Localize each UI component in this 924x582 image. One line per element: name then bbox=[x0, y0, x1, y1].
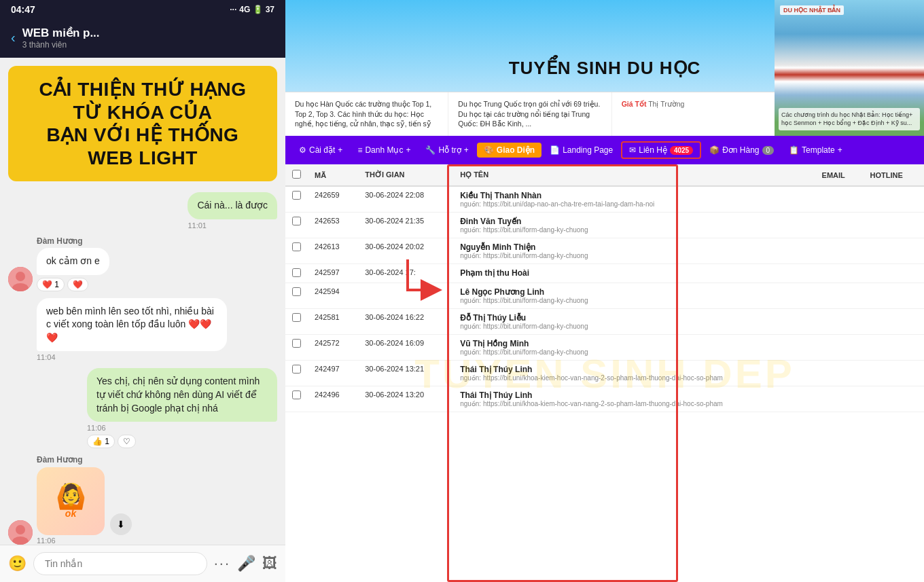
message-time: 11:01 bbox=[188, 221, 207, 230]
cell-time: 30-06-2024 16:22 bbox=[358, 309, 453, 335]
cell-hotline bbox=[864, 283, 924, 309]
attach-button[interactable]: 🖼 bbox=[262, 555, 277, 572]
cell-hotline bbox=[864, 238, 924, 264]
select-all-checkbox[interactable] bbox=[292, 170, 301, 179]
contact-name: Nguyễn Minh Thiện bbox=[460, 242, 808, 252]
banner-right: DU HỌC NHẬT BẢN Các chương trình du học … bbox=[775, 0, 924, 136]
cell-id: 242594 bbox=[308, 283, 358, 309]
nav-label: Giao Diện bbox=[497, 145, 535, 155]
cell-email bbox=[815, 213, 864, 238]
cell-hotline bbox=[864, 309, 924, 335]
right-panel: TUYỂN SINH DU HỌC Du học Hàn Quốc các tr… bbox=[285, 0, 924, 582]
orders-badge: 0 bbox=[762, 146, 775, 155]
avatar bbox=[8, 520, 33, 545]
contact-source: nguồn: https://bit.uni/dap-nao-an-cha-tr… bbox=[460, 200, 808, 208]
cell-email bbox=[815, 238, 864, 264]
message-row: Đàm Hương ok cảm ơn e ❤️ 1 ❤️ bbox=[8, 236, 277, 291]
row-checkbox[interactable] bbox=[292, 191, 301, 200]
chat-header-info: WEB miền p... 3 thành viên bbox=[22, 26, 274, 50]
message-row: web bên mình lên seo tốt nhì, nhiều bài … bbox=[8, 298, 277, 362]
reaction-badge: ❤️ 1 bbox=[37, 278, 65, 291]
row-checkbox[interactable] bbox=[292, 390, 301, 399]
message-row: Cái nà... là được 11:01 bbox=[8, 192, 277, 230]
cell-hotline bbox=[864, 264, 924, 283]
mic-button[interactable]: 🎤 bbox=[237, 555, 255, 572]
message-row: Yes chị, chị nên sử dụng content mình tự… bbox=[8, 368, 277, 448]
cell-name: Vũ Thị Hồng Minh nguồn: https://bit.uni/… bbox=[453, 335, 815, 361]
cell-id: 242659 bbox=[308, 186, 358, 213]
row-checkbox[interactable] bbox=[292, 217, 301, 225]
card-item: Giá Tốt Thị Trường bbox=[612, 92, 775, 136]
cell-name: Kiều Thị Thanh Nhàn nguồn: https://bit.u… bbox=[453, 186, 815, 213]
nav-contacts[interactable]: ✉ Liên Hệ 4025 bbox=[621, 141, 701, 159]
plus-icon: + bbox=[838, 145, 842, 155]
svg-point-4 bbox=[16, 525, 25, 534]
cell-id: 242572 bbox=[308, 335, 358, 361]
table-row: 242497 30-06-2024 13:21 Thái Thị Thúy Li… bbox=[285, 361, 924, 386]
cell-name: Lê Ngọc Phương Linh nguồn: https://bit.u… bbox=[453, 283, 815, 309]
website-banner: TUYỂN SINH DU HỌC Du học Hàn Quốc các tr… bbox=[285, 0, 924, 136]
chat-input[interactable] bbox=[33, 552, 207, 575]
sticker: 🙆 ok bbox=[37, 467, 105, 535]
chat-subtitle: 3 thành viên bbox=[22, 40, 274, 50]
nav-orders[interactable]: 📦 Đơn Hàng 0 bbox=[703, 143, 781, 158]
cell-time: 30-06-2024 13:20 bbox=[358, 386, 453, 412]
card-item: Du học Trung Quốc trọn gói chỉ với 69 tr… bbox=[448, 92, 611, 136]
message-meta: 11:04 bbox=[37, 353, 227, 361]
row-checkbox[interactable] bbox=[292, 242, 301, 251]
nav-categories[interactable]: ≡ Danh Mục + bbox=[351, 143, 417, 158]
row-checkbox[interactable] bbox=[292, 365, 301, 374]
contact-name: Thái Thị Thúy Linh bbox=[460, 365, 808, 374]
reactions: ❤️ 1 ❤️ bbox=[37, 278, 109, 291]
cell-name: Phạm thị thu Hoài bbox=[453, 264, 815, 283]
chat-header: ‹ WEB miền p... 3 thành viên bbox=[0, 19, 285, 58]
emoji-button[interactable]: 🙂 bbox=[8, 555, 26, 572]
template-icon: 📋 bbox=[789, 145, 799, 155]
more-options-button[interactable]: ··· bbox=[214, 555, 230, 572]
row-checkbox[interactable] bbox=[292, 313, 301, 322]
message-content: Đàm Hương ok cảm ơn e ❤️ 1 ❤️ bbox=[37, 236, 109, 291]
cell-time: 30-06-2024 16:09 bbox=[358, 335, 453, 361]
svg-point-1 bbox=[16, 272, 25, 281]
status-time: 04:47 bbox=[11, 4, 35, 15]
cards-row: Du học Hàn Quốc các trường thuộc Top 1, … bbox=[285, 92, 775, 136]
download-button[interactable]: ⬇ bbox=[110, 513, 132, 535]
cell-name: Thái Thị Thúy Linh nguồn: https://bit.un… bbox=[453, 361, 815, 386]
sender-name: Đàm Hương bbox=[37, 236, 109, 246]
row-checkbox[interactable] bbox=[292, 339, 301, 348]
palette-icon: 🎨 bbox=[484, 145, 494, 155]
nav-label: Danh Mục bbox=[365, 145, 403, 155]
contact-source: nguồn: https://bit.uni/khoa-kiem-hoc-van… bbox=[460, 374, 808, 382]
back-button[interactable]: ‹ bbox=[11, 30, 16, 46]
cell-id: 242581 bbox=[308, 309, 358, 335]
nav-settings[interactable]: ⚙ Cài đặt + bbox=[292, 143, 349, 158]
message-time: 11:06 bbox=[37, 536, 132, 545]
promo-line1: CẢI THIỆN THỨ HẠNG TỪ KHÓA CỦA BẠN VỚI H… bbox=[23, 78, 262, 169]
message-bubble: Yes chị, chị nên sử dụng content mình tự… bbox=[87, 368, 277, 422]
cell-hotline bbox=[864, 213, 924, 238]
nav-landing[interactable]: 📄 Landing Page bbox=[543, 143, 620, 158]
table-row: 242659 30-06-2024 22:08 Kiều Thị Thanh N… bbox=[285, 186, 924, 213]
nav-label: Template bbox=[802, 145, 835, 155]
message-time: 11:06 bbox=[87, 424, 106, 432]
message-meta: 11:01 bbox=[188, 221, 277, 230]
chat-panel: 04:47 ··· 4G 🔋 37 ‹ WEB miền p... 3 thàn… bbox=[0, 0, 285, 582]
banner-content: TUYỂN SINH DU HỌC bbox=[495, 44, 715, 92]
cell-name: Đinh Văn Tuyến nguồn: https://bit.uni/fo… bbox=[453, 213, 815, 238]
contact-source: nguồn: https://bit.uni/form-dang-ky-chuo… bbox=[460, 323, 808, 330]
cell-email bbox=[815, 264, 864, 283]
cell-id: 242496 bbox=[308, 386, 358, 412]
row-checkbox[interactable] bbox=[292, 268, 301, 277]
contact-name: Đỗ Thị Thúy Liễu bbox=[460, 313, 808, 323]
nav-design[interactable]: 🎨 Giao Diện bbox=[477, 143, 541, 158]
nav-template[interactable]: 📋 Template + bbox=[782, 143, 849, 158]
contact-source: nguồn: https://bit.uni/form-dang-ky-chuo… bbox=[460, 226, 808, 234]
row-checkbox[interactable] bbox=[292, 287, 301, 296]
contact-name: Thái Thị Thúy Linh bbox=[460, 390, 808, 400]
nav-support[interactable]: 🔧 Hỗ trợ + bbox=[419, 143, 475, 158]
cell-time: 30-06-2024 21:35 bbox=[358, 213, 453, 238]
cell-name: Đỗ Thị Thúy Liễu nguồn: https://bit.uni/… bbox=[453, 309, 815, 335]
col-time: THỜI GIAN bbox=[358, 164, 453, 186]
cell-email bbox=[815, 361, 864, 386]
cell-email bbox=[815, 186, 864, 213]
